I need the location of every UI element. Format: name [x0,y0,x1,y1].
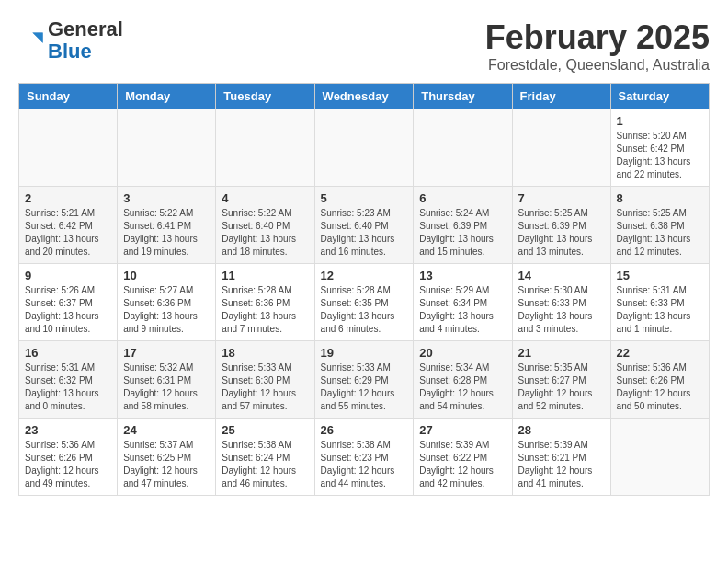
calendar-cell: 11Sunrise: 5:28 AM Sunset: 6:36 PM Dayli… [216,264,314,341]
calendar-cell: 7Sunrise: 5:25 AM Sunset: 6:39 PM Daylig… [512,187,610,264]
calendar-cell [216,109,314,187]
day-number: 15 [617,269,703,282]
day-number: 5 [321,191,408,205]
calendar-cell: 15Sunrise: 5:31 AM Sunset: 6:33 PM Dayli… [610,264,709,341]
calendar-cell: 14Sunrise: 5:30 AM Sunset: 6:33 PM Dayli… [512,264,610,341]
day-info: Sunrise: 5:36 AM Sunset: 6:26 PM Dayligh… [617,362,703,413]
calendar-cell: 18Sunrise: 5:33 AM Sunset: 6:30 PM Dayli… [216,341,314,419]
calendar-title: February 2025 [485,18,710,57]
day-number: 4 [222,191,308,205]
calendar-week-row: 9Sunrise: 5:26 AM Sunset: 6:37 PM Daylig… [19,264,710,341]
day-number: 19 [321,346,408,360]
day-number: 2 [25,191,111,205]
day-info: Sunrise: 5:38 AM Sunset: 6:23 PM Dayligh… [321,439,408,490]
day-info: Sunrise: 5:28 AM Sunset: 6:36 PM Dayligh… [222,284,308,336]
day-info: Sunrise: 5:21 AM Sunset: 6:42 PM Dayligh… [25,207,111,259]
day-info: Sunrise: 5:28 AM Sunset: 6:35 PM Dayligh… [321,284,408,336]
calendar-cell [512,109,610,187]
calendar-cell: 12Sunrise: 5:28 AM Sunset: 6:35 PM Dayli… [314,264,414,341]
day-number: 16 [25,346,111,360]
calendar-cell: 26Sunrise: 5:38 AM Sunset: 6:23 PM Dayli… [314,419,414,496]
day-number: 22 [617,346,703,360]
day-info: Sunrise: 5:24 AM Sunset: 6:39 PM Dayligh… [419,207,506,259]
calendar-cell [118,109,216,187]
day-info: Sunrise: 5:35 AM Sunset: 6:27 PM Dayligh… [518,362,605,413]
day-info: Sunrise: 5:33 AM Sunset: 6:30 PM Dayligh… [222,362,308,413]
day-number: 28 [518,423,605,437]
day-number: 8 [617,191,703,205]
calendar-table: SundayMondayTuesdayWednesdayThursdayFrid… [18,83,710,496]
calendar-week-row: 2Sunrise: 5:21 AM Sunset: 6:42 PM Daylig… [19,187,710,264]
day-number: 12 [321,269,408,282]
calendar-cell: 25Sunrise: 5:38 AM Sunset: 6:24 PM Dayli… [216,419,314,496]
calendar-cell: 16Sunrise: 5:31 AM Sunset: 6:32 PM Dayli… [19,341,118,419]
day-info: Sunrise: 5:32 AM Sunset: 6:31 PM Dayligh… [123,362,210,413]
day-info: Sunrise: 5:26 AM Sunset: 6:37 PM Dayligh… [25,284,111,336]
calendar-cell: 6Sunrise: 5:24 AM Sunset: 6:39 PM Daylig… [414,187,512,264]
day-info: Sunrise: 5:30 AM Sunset: 6:33 PM Dayligh… [518,284,605,336]
day-number: 14 [518,269,605,282]
day-info: Sunrise: 5:25 AM Sunset: 6:39 PM Dayligh… [518,207,605,259]
calendar-cell: 3Sunrise: 5:22 AM Sunset: 6:41 PM Daylig… [118,187,216,264]
calendar-day-header: Wednesday [314,84,414,109]
calendar-cell [19,109,118,187]
day-number: 10 [123,269,210,282]
day-info: Sunrise: 5:38 AM Sunset: 6:24 PM Dayligh… [222,439,308,490]
day-number: 25 [222,423,308,437]
calendar-cell: 20Sunrise: 5:34 AM Sunset: 6:28 PM Dayli… [414,341,512,419]
calendar-cell: 5Sunrise: 5:23 AM Sunset: 6:40 PM Daylig… [314,187,414,264]
day-number: 6 [419,191,506,205]
day-number: 17 [123,346,210,360]
day-number: 13 [419,269,506,282]
calendar-cell: 2Sunrise: 5:21 AM Sunset: 6:42 PM Daylig… [19,187,118,264]
calendar-cell: 13Sunrise: 5:29 AM Sunset: 6:34 PM Dayli… [414,264,512,341]
header: General Blue February 2025 Forestdale, Q… [18,18,710,74]
day-number: 21 [518,346,605,360]
day-number: 11 [222,269,308,282]
day-number: 1 [617,114,703,128]
day-number: 23 [25,423,111,437]
calendar-cell: 1Sunrise: 5:20 AM Sunset: 6:42 PM Daylig… [610,109,709,187]
logo-blue-text: Blue [48,40,92,63]
day-info: Sunrise: 5:20 AM Sunset: 6:42 PM Dayligh… [617,130,703,181]
day-number: 20 [419,346,506,360]
calendar-cell: 21Sunrise: 5:35 AM Sunset: 6:27 PM Dayli… [512,341,610,419]
calendar-cell: 8Sunrise: 5:25 AM Sunset: 6:38 PM Daylig… [610,187,709,264]
day-info: Sunrise: 5:36 AM Sunset: 6:26 PM Dayligh… [25,439,111,490]
day-info: Sunrise: 5:25 AM Sunset: 6:38 PM Dayligh… [617,207,703,259]
calendar-cell: 27Sunrise: 5:39 AM Sunset: 6:22 PM Dayli… [414,419,512,496]
day-info: Sunrise: 5:34 AM Sunset: 6:28 PM Dayligh… [419,362,506,413]
calendar-cell: 10Sunrise: 5:27 AM Sunset: 6:36 PM Dayli… [118,264,216,341]
calendar-day-header: Sunday [19,84,118,109]
calendar-day-header: Thursday [414,84,512,109]
calendar-cell [314,109,414,187]
calendar-cell [610,419,709,496]
location-subtitle: Forestdale, Queensland, Australia [485,57,710,74]
calendar-cell [414,109,512,187]
day-number: 24 [123,423,210,437]
day-info: Sunrise: 5:22 AM Sunset: 6:41 PM Dayligh… [123,207,210,259]
calendar-day-header: Monday [118,84,216,109]
day-number: 18 [222,346,308,360]
day-info: Sunrise: 5:29 AM Sunset: 6:34 PM Dayligh… [419,284,506,336]
day-info: Sunrise: 5:27 AM Sunset: 6:36 PM Dayligh… [123,284,210,336]
day-info: Sunrise: 5:31 AM Sunset: 6:33 PM Dayligh… [617,284,703,336]
calendar-cell: 22Sunrise: 5:36 AM Sunset: 6:26 PM Dayli… [610,341,709,419]
day-number: 9 [25,269,111,282]
calendar-week-row: 23Sunrise: 5:36 AM Sunset: 6:26 PM Dayli… [19,419,710,496]
title-section: February 2025 Forestdale, Queensland, Au… [485,18,710,74]
day-number: 3 [123,191,210,205]
calendar-cell: 9Sunrise: 5:26 AM Sunset: 6:37 PM Daylig… [19,264,118,341]
calendar-cell: 4Sunrise: 5:22 AM Sunset: 6:40 PM Daylig… [216,187,314,264]
calendar-cell: 19Sunrise: 5:33 AM Sunset: 6:29 PM Dayli… [314,341,414,419]
logo-general-text: General [48,17,123,40]
calendar-week-row: 16Sunrise: 5:31 AM Sunset: 6:32 PM Dayli… [19,341,710,419]
day-info: Sunrise: 5:31 AM Sunset: 6:32 PM Dayligh… [25,362,111,413]
calendar-header-row: SundayMondayTuesdayWednesdayThursdayFrid… [19,84,710,109]
svg-marker-1 [32,33,42,43]
calendar-day-header: Friday [512,84,610,109]
calendar-cell: 24Sunrise: 5:37 AM Sunset: 6:25 PM Dayli… [118,419,216,496]
logo-text: General Blue [48,18,123,63]
day-info: Sunrise: 5:39 AM Sunset: 6:22 PM Dayligh… [419,439,506,490]
calendar-cell: 23Sunrise: 5:36 AM Sunset: 6:26 PM Dayli… [19,419,118,496]
